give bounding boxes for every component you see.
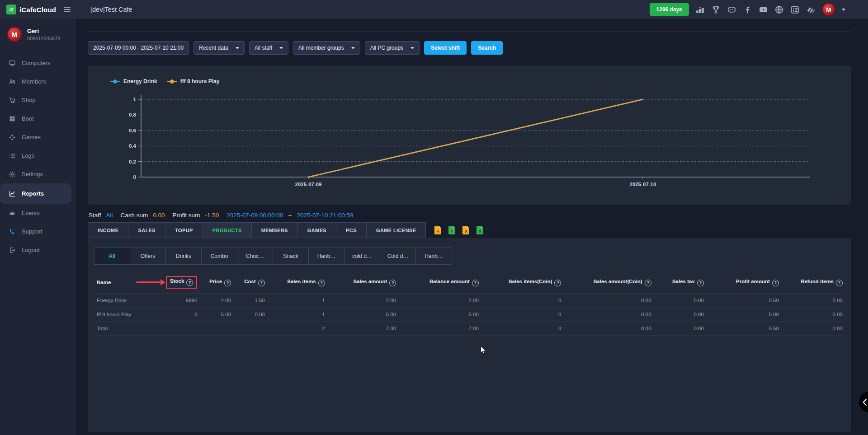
- select-shift-button[interactable]: Select shift: [424, 41, 467, 55]
- user-name: Geri: [27, 28, 60, 34]
- svg-text:2025-07-09: 2025-07-09: [295, 182, 322, 187]
- products-table: NameStock?Price?Cost?Sales items?Sales a…: [94, 271, 844, 336]
- help-icon[interactable]: ?: [318, 280, 325, 286]
- table-cell: 1: [267, 294, 327, 308]
- export-pdf-green-icon[interactable]: A: [448, 226, 455, 234]
- column-header-cost[interactable]: Cost?: [233, 271, 267, 294]
- sidebar-item-label: Computers: [22, 60, 51, 66]
- brand-logo[interactable]: i2 iCafeCloud: [6, 5, 56, 14]
- sidebar-item-logout[interactable]: Logout: [0, 241, 76, 259]
- table-cell: 2.00: [327, 294, 398, 308]
- dropdown-value: Recent data: [199, 45, 228, 51]
- column-header-price[interactable]: Price?: [199, 271, 233, 294]
- chevron-down-icon[interactable]: [842, 9, 845, 11]
- column-header-sales-items[interactable]: Sales items?: [267, 271, 327, 294]
- sidebar-item-boot[interactable]: Boot: [0, 109, 76, 128]
- tab-game-license[interactable]: GAME LICENSE: [366, 222, 426, 238]
- tab-games[interactable]: GAMES: [297, 222, 336, 238]
- sidebar-item-label: Logout: [22, 247, 40, 253]
- sidebar-item-computers[interactable]: Computers: [0, 54, 76, 72]
- globe-icon[interactable]: [774, 5, 784, 14]
- help-icon[interactable]: ?: [697, 280, 704, 286]
- subtab-cold-d-7[interactable]: cold d…: [344, 248, 380, 264]
- tab-pcs[interactable]: PCS: [336, 222, 367, 238]
- staff-value[interactable]: All: [106, 212, 113, 219]
- annotation-box: Stock?: [166, 276, 197, 289]
- subtab-combo-3[interactable]: Combo: [202, 248, 237, 264]
- help-icon[interactable]: ?: [836, 280, 843, 286]
- subtab-cold-d-8[interactable]: Cold d…: [380, 248, 416, 264]
- column-header-sales-amount[interactable]: Sales amount?: [327, 271, 398, 294]
- discord-icon[interactable]: [727, 5, 736, 14]
- export-xls-yellow-icon[interactable]: X: [462, 226, 469, 234]
- legend-label: fff 8 hours Play: [180, 78, 220, 84]
- legend-item-fff-8-hours-play[interactable]: fff 8 hours Play: [167, 78, 220, 84]
- sidebar-item-support[interactable]: Support: [0, 222, 76, 241]
- table-cell: fff 8 hours Play: [94, 308, 161, 322]
- sidebar-item-members[interactable]: Members: [0, 72, 76, 91]
- export-xls-green-icon[interactable]: X: [476, 226, 483, 234]
- table-cell: 1.50: [233, 294, 267, 308]
- tab-income[interactable]: INCOME: [88, 222, 128, 238]
- sidebar-item-logs[interactable]: Logs: [0, 146, 76, 165]
- filter-dropdown-all-pc-groups[interactable]: All PC groups: [365, 41, 420, 55]
- subtab-all-0[interactable]: All: [94, 248, 130, 264]
- legend-item-energy-drink[interactable]: Energy Drink: [110, 78, 157, 84]
- sidebar-item-reports[interactable]: Reports: [0, 183, 71, 204]
- filter-dropdown-recent-data[interactable]: Recent data: [193, 41, 245, 55]
- subscription-days-badge[interactable]: 1296 days: [650, 3, 689, 16]
- youtube-icon[interactable]: [759, 5, 768, 14]
- export-pdf-yellow-icon[interactable]: A: [434, 226, 441, 234]
- user-block[interactable]: M Geri 008612345678: [0, 19, 76, 48]
- sidebar-item-shop[interactable]: Shop: [0, 91, 76, 109]
- subtab-offers-1[interactable]: Offers: [130, 248, 166, 264]
- facebook-icon[interactable]: [743, 5, 752, 14]
- subtab-drinks-2[interactable]: Drinks: [166, 248, 202, 264]
- column-header-sales-items-coin[interactable]: Sales items(Coin)?: [481, 271, 563, 294]
- tab-members[interactable]: MEMBERS: [251, 222, 298, 238]
- layers-icon[interactable]: [806, 5, 816, 14]
- sidebar-item-events[interactable]: Events: [0, 204, 76, 222]
- menu-toggle-button[interactable]: [64, 7, 71, 12]
- table-row[interactable]: Total---27.007.0000.000.005.500.00: [94, 322, 844, 336]
- column-header-sales-tax[interactable]: Sales tax?: [653, 271, 706, 294]
- filter-dropdown-all-staff[interactable]: All staff: [249, 41, 288, 55]
- ranking-icon[interactable]: [695, 5, 705, 14]
- tab-topup[interactable]: TOPUP: [165, 222, 203, 238]
- svg-text:0.2: 0.2: [129, 159, 136, 164]
- column-header-refund-items[interactable]: Refund items?: [781, 271, 844, 294]
- tab-products[interactable]: PRODUCTS: [203, 222, 252, 238]
- help-icon[interactable]: ?: [554, 280, 561, 286]
- help-icon[interactable]: ?: [186, 279, 193, 286]
- table-row[interactable]: Energy Drink99904.001.5012.002.0000.000.…: [94, 294, 844, 308]
- tab-sales[interactable]: SALES: [128, 222, 165, 238]
- subtab-choc-4[interactable]: Choc…: [237, 248, 273, 264]
- subtab-hanb-9[interactable]: Hanb…: [416, 248, 452, 264]
- filter-dropdown-all-member-groups[interactable]: All member groups: [293, 41, 360, 55]
- column-header-sales-amount-coin[interactable]: Sales amount(Coin)?: [563, 271, 653, 294]
- dropdown-value: All PC groups: [370, 45, 403, 51]
- help-icon[interactable]: ?: [258, 280, 265, 286]
- range-start: 2025-07-09 00:00:00: [226, 212, 283, 219]
- help-icon[interactable]: ?: [645, 280, 651, 286]
- help-icon[interactable]: ?: [389, 280, 396, 286]
- subtab-snack-5[interactable]: Snack: [273, 248, 309, 264]
- table-row[interactable]: fff 8 hours Play05.000.0015.005.0000.000…: [94, 308, 844, 322]
- search-button[interactable]: Search: [471, 41, 503, 55]
- column-header-profit-amount[interactable]: Profit amount?: [706, 271, 781, 294]
- brand-name: iCafeCloud: [19, 6, 56, 14]
- date-range-input[interactable]: 2025-07-09 00:00 - 2025-07-10 21:00: [88, 41, 189, 55]
- help-icon[interactable]: ?: [224, 280, 231, 286]
- trophy-icon[interactable]: [711, 5, 721, 14]
- help-icon[interactable]: ?: [772, 280, 779, 286]
- subtab-hanb-6[interactable]: Hanb…: [309, 248, 344, 264]
- svg-text:0.4: 0.4: [129, 143, 137, 149]
- table-cell: 0.00: [563, 322, 653, 336]
- column-header-stock[interactable]: Stock?: [161, 271, 199, 294]
- sidebar-item-settings[interactable]: Settings: [0, 165, 76, 183]
- sidebar-item-games[interactable]: Games: [0, 128, 76, 146]
- user-avatar[interactable]: M: [822, 3, 835, 16]
- help-icon[interactable]: ?: [472, 280, 479, 286]
- icafecloud-icon[interactable]: [790, 5, 800, 14]
- column-header-balance-amount[interactable]: Balance amount?: [398, 271, 481, 294]
